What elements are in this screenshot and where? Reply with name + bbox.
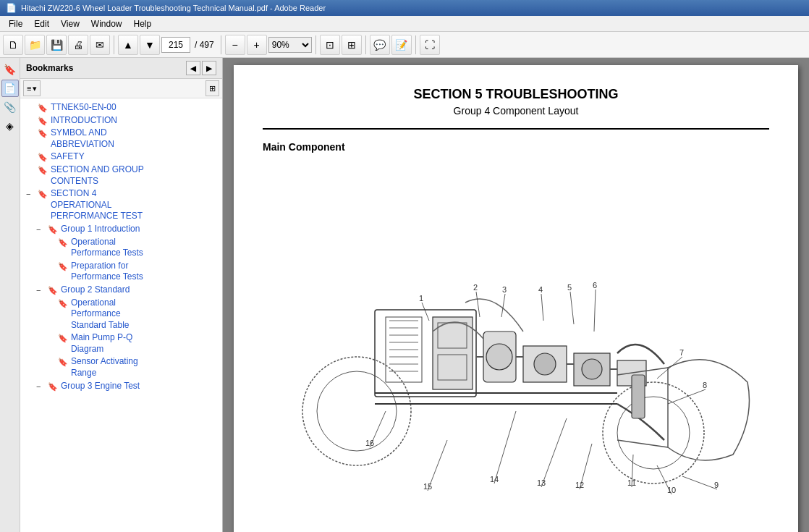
separator-2 [221,35,221,54]
tree-item-section-group[interactable]: 🔖 SECTION AND GROUPCONTENTS [20,164,222,187]
title-bar: 📄 Hitachi ZW220-6 Wheel Loader Troublesh… [0,0,809,16]
svg-line-37 [570,292,574,324]
menu-bar: File Edit View Window Help [0,16,809,32]
label-prep: Preparation forPerformance Tests [71,261,219,283]
fit-page-button[interactable]: ⊡ [320,35,340,55]
tree-item-safety[interactable]: 🔖 SAFETY [20,151,222,164]
svg-point-1 [317,371,397,451]
bookmark-icon-opst: 🔖 [58,297,68,308]
attachments-icon[interactable]: 📎 [1,98,19,116]
prev-page-button[interactable]: ▲ [118,35,138,55]
menu-view[interactable]: View [55,17,85,30]
svg-text:14: 14 [490,475,499,484]
print-button[interactable]: 🖨 [68,35,88,55]
pages-icon[interactable]: 📄 [1,80,19,97]
pdf-page: SECTION 5 TROUBLESHOOTING Group 4 Compon… [234,65,798,532]
label-sensor: Sensor ActivatingRange [71,356,219,379]
svg-line-43 [668,389,706,404]
svg-text:3: 3 [502,285,507,294]
svg-text:6: 6 [593,281,597,290]
layers-icon[interactable]: ◈ [1,117,19,135]
save-button[interactable]: 💾 [46,35,67,55]
bookmarks-icon[interactable]: 🔖 [1,61,19,78]
svg-text:7: 7 [679,348,684,357]
tree-item-prep[interactable]: 🔖 Preparation forPerformance Tests [20,260,222,284]
pdf-area[interactable]: SECTION 5 TROUBLESHOOTING Group 4 Compon… [223,58,809,532]
tree-item-symbol[interactable]: 🔖 SYMBOL ANDABBREVIATION [20,127,222,151]
bookmark-icon-sensor: 🔖 [58,356,68,367]
toggle-intro [26,115,36,116]
separator-1 [114,35,114,54]
bookmarks-expand-button[interactable]: ⊞ [206,80,219,96]
separator-4 [365,35,366,54]
svg-point-18 [486,344,512,370]
svg-text:5: 5 [567,283,572,292]
component-diagram: 1 2 3 4 5 6 [263,161,769,532]
bookmark-icon-intro: 🔖 [38,115,48,126]
svg-text:4: 4 [538,285,543,294]
svg-text:2: 2 [473,283,478,292]
zoom-in-button[interactable]: + [247,35,267,55]
svg-line-35 [541,294,543,321]
bookmark-icon-g3: 🔖 [48,381,58,392]
svg-text:12: 12 [575,481,584,489]
menu-help[interactable]: Help [128,17,158,30]
tree-item-sensor[interactable]: 🔖 Sensor ActivatingRange [20,355,222,379]
bookmarks-toolbar: ≡ ▾ ⊞ [20,79,222,98]
expand-icon: ⊞ [209,84,216,93]
bookmark-icon-safety: 🔖 [38,151,48,162]
svg-rect-28 [632,375,645,418]
tree-item-group2[interactable]: − 🔖 Group 2 Standard [20,284,222,297]
options-icon: ≡ [27,84,31,93]
tree-item-intro[interactable]: 🔖 INTRODUCTION [20,114,222,127]
svg-line-39 [594,290,596,332]
comment-button[interactable]: 💬 [370,35,390,55]
markup-button[interactable]: 📝 [391,35,412,55]
zoom-select[interactable]: 90% 75% 100% 125% 150% [268,37,312,53]
label-group2: Group 2 Standard [61,284,219,296]
label-pump: Main Pump P-QDiagram [71,332,219,355]
email-button[interactable]: ✉ [90,35,110,55]
tree-item-ttnek[interactable]: 🔖 TTNEK50-EN-00 [20,101,222,114]
main-layout: 🔖 📄 📎 ◈ Bookmarks ◀ ▶ ≡ ▾ ⊞ 🔖 [0,58,809,532]
bookmarks-title: Bookmarks [26,63,73,73]
toggle-prep [46,261,56,261]
tree-item-pump[interactable]: 🔖 Main Pump P-QDiagram [20,332,222,355]
bookmarks-prev-button[interactable]: ◀ [186,61,200,75]
diagram-svg: 1 2 3 4 5 6 [263,161,769,532]
zoom-out-button[interactable]: − [225,35,245,55]
svg-text:9: 9 [714,481,719,489]
bookmark-icon: 🔖 [38,102,48,113]
svg-text:16: 16 [365,439,374,447]
label-group3: Group 3 Engine Test [61,381,219,392]
next-page-button[interactable]: ▼ [140,35,160,55]
menu-edit[interactable]: Edit [28,17,55,30]
tree-item-section4[interactable]: − 🔖 SECTION 4OPERATIONALPERFORMANCE TEST [20,187,222,223]
side-icons: 🔖 📄 📎 ◈ [0,58,20,532]
label-safety: SAFETY [51,151,219,163]
tree-item-group3[interactable]: − 🔖 Group 3 Engine Test [20,380,222,393]
toggle-sensor [46,356,56,357]
svg-text:10: 10 [667,486,676,494]
page-input[interactable] [161,37,190,53]
toggle-pump [46,332,56,333]
fullscreen-button[interactable]: ⛶ [420,35,440,55]
fit-width-button[interactable]: ⊞ [342,35,362,55]
bookmarks-tree[interactable]: 🔖 TTNEK50-EN-00 🔖 INTRODUCTION 🔖 SYMBOL … [20,98,222,532]
new-button[interactable]: 🗋 [3,35,23,55]
menu-file[interactable]: File [3,17,28,30]
open-button[interactable]: 📁 [25,35,45,55]
toggle-group1: − [36,224,46,235]
menu-window[interactable]: Window [85,17,128,30]
pdf-section-title: SECTION 5 TROUBLESHOOTING [263,87,769,102]
tree-item-opt[interactable]: 🔖 OperationalPerformance Tests [20,236,222,260]
svg-line-55 [494,411,516,484]
bookmarks-next-button[interactable]: ▶ [202,61,216,75]
tree-item-group1[interactable]: − 🔖 Group 1 Introduction [20,223,222,236]
bookmark-icon-sg: 🔖 [38,164,48,175]
tree-item-opst[interactable]: 🔖 OperationalPerformanceStandard Table [20,297,222,332]
toggle-symbol [26,127,36,128]
toggle-section-group [26,164,36,165]
toggle-opt [46,237,56,237]
bookmarks-options-button[interactable]: ≡ ▾ [23,80,41,96]
